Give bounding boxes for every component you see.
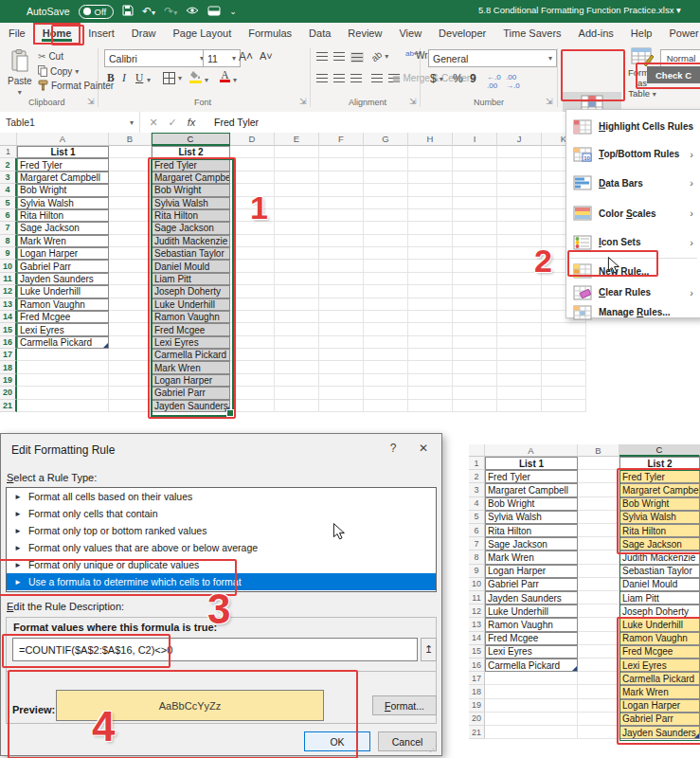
rule-type-option-3[interactable]: ►Format only top or bottom ranked values: [7, 522, 436, 539]
cell-D16[interactable]: [230, 336, 275, 349]
cell-B12[interactable]: [109, 285, 152, 298]
cell-H12[interactable]: [408, 285, 453, 298]
cell-B4[interactable]: [109, 184, 152, 196]
cell-D20[interactable]: [230, 387, 275, 399]
cell-E2[interactable]: [275, 158, 319, 171]
cell-C2[interactable]: Fred Tyler: [152, 158, 230, 171]
font-size-select[interactable]: 11▾: [203, 49, 241, 67]
cell-B4[interactable]: [578, 497, 619, 511]
align-bottom-icon[interactable]: [350, 52, 364, 63]
align-center-icon[interactable]: [333, 74, 345, 82]
tab-formulas[interactable]: Formulas: [240, 24, 300, 44]
alignment-dialog-launcher[interactable]: ⇲: [409, 97, 417, 106]
cell-A2[interactable]: Fred Tyler: [17, 158, 109, 171]
cell-J4[interactable]: [497, 184, 542, 196]
font-color-button[interactable]: A: [220, 70, 230, 82]
cell-G13[interactable]: [364, 298, 408, 311]
row-header-4[interactable]: 4: [469, 497, 485, 511]
cell-C8[interactable]: Judith Mackenzie: [152, 235, 230, 247]
cell-B14[interactable]: [578, 632, 619, 645]
menu-item-new-rule-[interactable]: New Rule...: [566, 260, 700, 282]
row-header-18[interactable]: 18: [469, 685, 485, 698]
cell-C16[interactable]: Lexi Eyres: [619, 659, 700, 672]
cell-A20[interactable]: [17, 387, 109, 399]
cell-A19[interactable]: [17, 374, 109, 387]
cell-I8[interactable]: [453, 235, 497, 247]
cell-K17[interactable]: [542, 349, 586, 361]
cell-E8[interactable]: [275, 235, 319, 247]
cell-B12[interactable]: [578, 605, 619, 618]
cell-H5[interactable]: [408, 197, 453, 209]
cell-H6[interactable]: [408, 209, 453, 222]
cell-F16[interactable]: [319, 336, 364, 349]
cell-B9[interactable]: [109, 247, 152, 260]
cell-J16[interactable]: [497, 336, 542, 349]
cell-J18[interactable]: [497, 361, 542, 373]
cell-J14[interactable]: [497, 311, 542, 323]
row-header-17[interactable]: 17: [469, 672, 485, 685]
decrease-font-icon[interactable]: A˅: [260, 50, 273, 62]
insert-function-icon[interactable]: fx: [182, 117, 201, 128]
cell-C16[interactable]: Lexi Eyres: [152, 336, 230, 349]
tab-view[interactable]: View: [390, 24, 430, 44]
orientation-icon[interactable]: ab▾: [371, 51, 388, 62]
row-header-2[interactable]: 2: [469, 470, 485, 483]
cell-B1[interactable]: [578, 457, 619, 470]
cell-B21[interactable]: [578, 726, 619, 739]
cell-C15[interactable]: Fred Mcgee: [152, 323, 230, 335]
cell-H9[interactable]: [408, 247, 453, 260]
cell-A18[interactable]: [485, 685, 578, 698]
cell-C13[interactable]: Luke Underhill: [152, 298, 230, 311]
menu-item-highlight-cells-rules[interactable]: Highlight Cells Rules›: [566, 113, 700, 140]
customize-toolbar-icon[interactable]: ⌄: [229, 8, 237, 16]
cell-A5[interactable]: Sylvia Walsh: [17, 197, 109, 209]
row-header-1[interactable]: 1: [469, 457, 485, 470]
cell-D11[interactable]: [230, 273, 275, 285]
cell-F4[interactable]: [319, 184, 364, 196]
cell-A21[interactable]: [485, 726, 578, 739]
cell-J20[interactable]: [497, 387, 542, 399]
cell-A11[interactable]: Jayden Saunders: [485, 591, 578, 605]
cell-A10[interactable]: Gabriel Parr: [485, 578, 578, 591]
cell-C10[interactable]: Daniel Mould: [619, 578, 700, 591]
cell-C9[interactable]: Sebastian Taylor: [152, 247, 230, 260]
cell-F14[interactable]: [319, 311, 364, 323]
row-header-6[interactable]: 6: [0, 209, 17, 222]
cell-C14[interactable]: Ramon Vaughn: [152, 311, 230, 323]
menu-item-clear-rules[interactable]: Clear Rules›: [566, 282, 700, 302]
font-dialog-launcher[interactable]: ⇲: [299, 97, 307, 106]
cell-F9[interactable]: [319, 247, 364, 260]
cell-J1[interactable]: [497, 146, 542, 158]
italic-button[interactable]: I: [122, 72, 126, 83]
cell-A9[interactable]: Logan Harper: [17, 247, 109, 260]
cell-B10[interactable]: [109, 260, 152, 272]
align-top-icon[interactable]: [316, 52, 328, 61]
row-header-3[interactable]: 3: [0, 171, 17, 184]
cell-C20[interactable]: Gabriel Parr: [152, 387, 230, 399]
cell-D15[interactable]: [230, 323, 275, 335]
font-name-select[interactable]: Calibri▾: [104, 49, 208, 67]
row-header-11[interactable]: 11: [469, 591, 485, 605]
cell-F6[interactable]: [319, 209, 364, 222]
cell-B2[interactable]: [578, 470, 619, 483]
cell-J3[interactable]: [497, 171, 542, 184]
cell-H20[interactable]: [408, 387, 453, 399]
cell-B17[interactable]: [109, 349, 152, 361]
cell-B20[interactable]: [578, 713, 619, 726]
cell-H1[interactable]: [408, 146, 453, 158]
cell-C18[interactable]: Mark Wren: [619, 685, 700, 698]
cell-C3[interactable]: Margaret Campbell: [619, 483, 700, 496]
cell-I12[interactable]: [453, 285, 497, 298]
increase-font-icon[interactable]: A˄: [239, 50, 253, 63]
cell-J13[interactable]: [497, 298, 542, 311]
menu-item-icon-sets[interactable]: Icon Sets›: [566, 228, 700, 256]
style-check-cell[interactable]: Check C: [647, 66, 700, 83]
cell-C7[interactable]: Sage Jackson: [152, 222, 230, 234]
cell-A12[interactable]: Luke Underhill: [17, 285, 109, 298]
cell-B3[interactable]: [109, 171, 152, 184]
cell-I19[interactable]: [453, 374, 497, 387]
select-all-corner[interactable]: [0, 133, 17, 146]
tab-draw[interactable]: Draw: [123, 24, 165, 44]
cell-B16[interactable]: [578, 659, 619, 672]
cell-G10[interactable]: [364, 260, 408, 272]
